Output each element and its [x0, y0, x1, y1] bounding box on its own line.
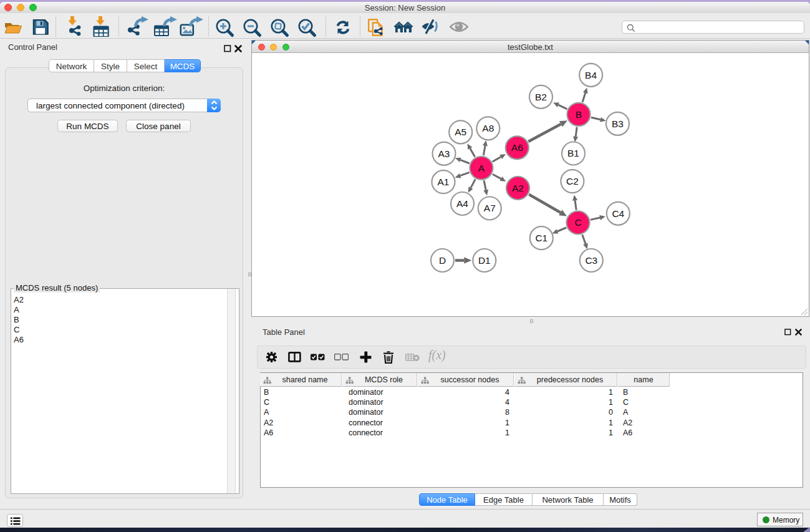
svg-text:A7: A7 — [484, 203, 496, 213]
svg-text:A1: A1 — [438, 177, 450, 187]
svg-text:B2: B2 — [535, 92, 547, 102]
svg-text:C: C — [574, 217, 581, 228]
svg-text:D: D — [439, 255, 446, 266]
svg-text:A: A — [478, 163, 485, 173]
svg-text:C2: C2 — [566, 176, 579, 186]
svg-text:D1: D1 — [478, 255, 491, 266]
svg-text:A4: A4 — [456, 198, 468, 209]
svg-text:A3: A3 — [438, 148, 450, 159]
svg-text:A8: A8 — [482, 123, 494, 133]
svg-text:B3: B3 — [612, 118, 624, 129]
svg-text:C4: C4 — [612, 208, 624, 219]
svg-text:C1: C1 — [535, 233, 547, 243]
svg-text:A5: A5 — [455, 127, 466, 137]
svg-text:A2: A2 — [512, 183, 524, 193]
svg-text:B: B — [576, 109, 582, 120]
svg-text:B4: B4 — [585, 70, 597, 80]
svg-text:C3: C3 — [585, 255, 597, 266]
svg-text:B1: B1 — [567, 148, 579, 158]
svg-text:A6: A6 — [511, 142, 523, 153]
